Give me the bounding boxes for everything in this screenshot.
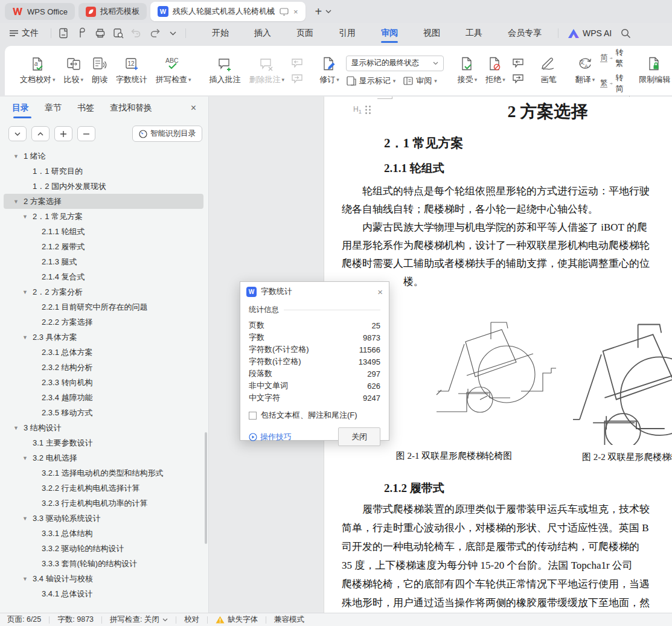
toc-item[interactable]: ▼ 3.3.2 驱动轮的结构设计 [4,541,203,556]
dialog-close-icon[interactable]: × [377,287,383,297]
include-textbox-option[interactable]: 包括文本框、脚注和尾注(F) [249,410,380,421]
toc-item[interactable]: ▼ 2.3.1 总体方案 [4,345,203,360]
pen-button[interactable]: 画笔 [536,54,562,88]
tab-docer-templates[interactable]: 找稻壳模板 [78,3,147,20]
compat-mode-button[interactable]: 兼容模式 [274,615,304,625]
toc-item[interactable]: ▼ 2.1.2 履带式 [4,239,203,254]
markup-state-dropdown[interactable]: 显示标记的最终状态 [346,56,444,71]
zoom-out-level-button[interactable] [77,126,95,141]
toc-item[interactable]: ▼ 3.3.1 总体结构 [4,526,203,541]
toc-item[interactable]: ▼ 3 结构设计 [4,420,203,435]
expand-all-button[interactable] [31,126,50,141]
missing-font-button[interactable]: 缺失字体 [216,615,258,625]
toc-item[interactable]: ▼ 1．1 研究目的 [4,164,203,179]
sidebar-scrollbar-thumb[interactable] [205,432,207,544]
proofread-status-button[interactable]: 校对 [184,615,199,625]
toc-item[interactable]: ▼ 3.2.1 选择电动机的类型和结构形式 [4,465,203,481]
restrict-edit-button[interactable]: 限制编辑 [635,54,672,88]
tab-mode-icon[interactable] [280,8,289,16]
toc-item[interactable]: ▼ 2.2.2 方案选择 [4,315,203,330]
tab-document[interactable]: W 残疾人轮腿式机器人轮椅机械 × [150,2,306,21]
tree-expand-icon[interactable]: ▼ [13,199,24,205]
wps-ai-button[interactable]: WPS AI [568,28,612,38]
toc-item[interactable]: ▼ 3.4 轴设计与校核 [4,571,203,586]
previous-revision-icon[interactable] [511,57,525,69]
toc-item[interactable]: ▼ 3.2.2 行走机构电机选择计算 [4,481,203,496]
toc-item[interactable]: ▼ 2.3.3 转向机构 [4,375,203,390]
menu-item-reference[interactable]: 引用 [326,23,368,43]
toc-item[interactable]: ▼ 1 绪论 [4,149,203,164]
sidebar-tab-find-replace[interactable]: 查找和替换 [110,97,152,120]
toc-item[interactable]: ▼ 3.2 电机选择 [4,450,203,465]
insert-comment-button[interactable]: 插入批注 [205,54,245,88]
dialog-titlebar[interactable]: W 字数统计 × [240,282,389,301]
menu-item-review[interactable]: 审阅 [368,23,411,43]
word-count-button[interactable]: 12 字数统计 [112,54,152,88]
review-pane-button[interactable]: 审阅▾ [403,75,437,86]
translate-button[interactable]: 文A 翻译▾ [571,54,600,88]
toolbar-more-chevron-icon[interactable] [165,26,181,40]
print-icon[interactable] [92,26,108,40]
tab-close-icon[interactable]: × [293,7,298,16]
menu-item-insert[interactable]: 插入 [242,23,284,43]
spell-check-toggle[interactable]: 拼写检查: 关闭 [110,615,168,625]
file-menu-button[interactable]: 文件 [0,28,47,39]
new-tab-button[interactable]: + [315,5,322,19]
menu-item-page[interactable]: 页面 [284,23,326,43]
tree-expand-icon[interactable]: ▼ [13,153,24,159]
toc-item[interactable]: ▼ 3.3.3 套筒(轮轴)的结构设计 [4,556,203,571]
menu-item-view[interactable]: 视图 [411,23,453,43]
toc-item[interactable]: ▼ 3.2.3 行走机构电机功率的计算 [4,496,203,511]
toc-item[interactable]: ▼ 2 方案选择 [4,194,203,209]
save-icon[interactable] [56,26,72,40]
tree-expand-icon[interactable]: ▼ [22,576,33,582]
tree-expand-icon[interactable]: ▼ [22,455,33,461]
show-markup-button[interactable]: 显示标记▾ [346,75,396,86]
checkbox-unchecked[interactable] [249,412,257,420]
proofread-button[interactable]: a 文档校对▾ [16,54,60,88]
print-preview-icon[interactable] [110,26,126,40]
toc-item[interactable]: ▼ 2.1.3 腿式 [4,254,203,269]
toc-item[interactable]: ▼ 3.3 驱动轮系统设计 [4,511,203,526]
toc-item[interactable]: ▼ 3.4.1 总体设计 [4,586,203,601]
tree-expand-icon[interactable]: ▼ [22,516,33,522]
tree-expand-icon[interactable]: ▼ [22,214,33,220]
toc-item[interactable]: ▼ 2．1 常见方案 [4,209,203,224]
search-icon[interactable] [618,26,633,40]
to-simplified-button[interactable]: 繁 转简 [600,72,625,94]
track-changes-button[interactable]: 修订▾ [315,54,344,88]
toc-item[interactable]: ▼ 3.1 主要参数设计 [4,435,203,450]
sidebar-close-icon[interactable]: × [191,103,196,113]
accept-button[interactable]: 接受▾ [453,54,482,88]
tips-link[interactable]: 操作技巧 [249,432,292,442]
toc-item[interactable]: ▼ 2.1.1 轮组式 [4,224,203,239]
toc-item[interactable]: ▼ 2.1.4 复合式 [4,269,203,284]
toc-item[interactable]: ▼ 1．2 国内外发展现状 [4,179,203,194]
toc-item[interactable]: ▼ 2．2 方案分析 [4,284,203,299]
reject-button[interactable]: 拒绝▾ [481,54,510,88]
compare-button[interactable]: 比较▾ [60,54,88,88]
menu-item-start[interactable]: 开始 [199,23,242,43]
menu-item-tools[interactable]: 工具 [453,23,495,43]
toc-item[interactable]: ▼ 2.3.2 结构分析 [4,360,203,375]
export-pdf-icon[interactable] [74,26,90,40]
menu-item-member[interactable]: 会员专享 [495,23,554,43]
toc-item[interactable]: ▼ 2.2.1 目前研究中所存在的问题 [4,299,203,315]
sidebar-tab-sections[interactable]: 章节 [45,97,62,120]
sidebar-tab-contents[interactable]: 目录 [12,97,29,120]
toc-item[interactable]: ▼ 2.3 具体方案 [4,330,203,345]
to-traditional-button[interactable]: 简 转繁 [600,47,625,69]
tree-expand-icon[interactable]: ▼ [13,425,24,431]
toc-item[interactable]: ▼ 2.3.5 移动方式 [4,405,203,420]
next-revision-icon[interactable] [511,72,525,85]
sidebar-tab-bookmarks[interactable]: 书签 [77,97,94,120]
tree-expand-icon[interactable]: ▼ [22,334,33,340]
redo-icon[interactable] [147,26,162,40]
dialog-close-button[interactable]: 关闭 [338,427,380,446]
spell-check-button[interactable]: ABC 拼写检查▾ [152,54,196,88]
toc-item[interactable]: ▼ 2.3.4 越障功能 [4,390,203,405]
tree-expand-icon[interactable]: ▼ [22,289,33,295]
tab-list-chevron-icon[interactable] [325,10,331,13]
smart-toc-button[interactable]: 智能识别目录 [132,126,202,142]
zoom-in-level-button[interactable] [54,126,72,141]
